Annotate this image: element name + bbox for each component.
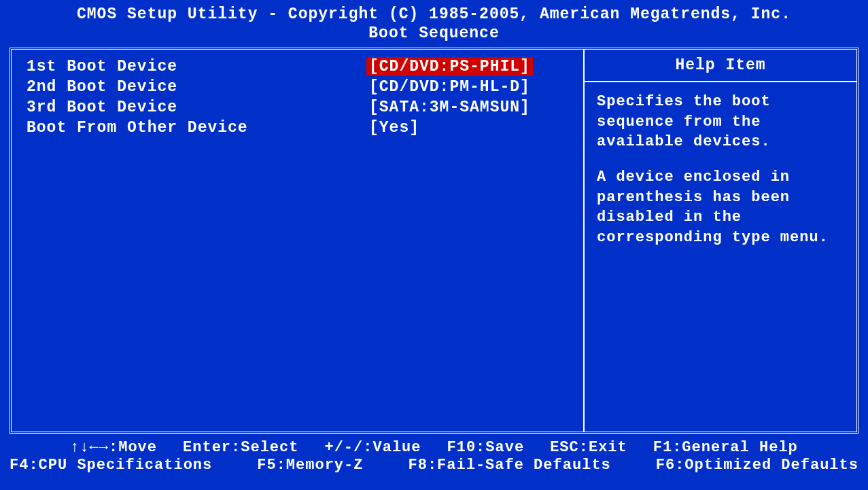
setting-value[interactable]: [SATA:3M-SAMSUN] bbox=[366, 98, 533, 117]
key-legend: ↑↓←→:Move Enter:Select +/-/:Value F10:Sa… bbox=[0, 438, 868, 474]
boot-device-1-row[interactable]: 1st Boot Device [CD/DVD:PS-PHIL] bbox=[27, 56, 571, 76]
key-move: ↑↓←→:Move bbox=[70, 439, 157, 456]
boot-device-2-row[interactable]: 2nd Boot Device [CD/DVD:PM-HL-D] bbox=[27, 77, 571, 97]
help-panel: Help Item Specifies the boot sequence fr… bbox=[585, 50, 856, 432]
setting-label: 3rd Boot Device bbox=[27, 99, 366, 116]
key-exit: ESC:Exit bbox=[550, 439, 627, 456]
key-value: +/-/:Value bbox=[324, 439, 421, 456]
setting-label: 1st Boot Device bbox=[27, 58, 366, 75]
help-paragraph-1: Specifies the boot sequence from the ava… bbox=[597, 92, 844, 152]
setting-value[interactable]: [CD/DVD:PS-PHIL] bbox=[366, 57, 533, 76]
page-title: Boot Sequence bbox=[0, 24, 868, 42]
key-legend-line-2: F4:CPU Specifications F5:Memory-Z F8:Fai… bbox=[10, 457, 858, 474]
help-title: Help Item bbox=[585, 50, 856, 82]
key-select: Enter:Select bbox=[183, 439, 298, 456]
key-legend-line-1: ↑↓←→:Move Enter:Select +/-/:Value F10:Sa… bbox=[10, 439, 858, 456]
main-frame: 1st Boot Device [CD/DVD:PS-PHIL] 2nd Boo… bbox=[10, 48, 858, 434]
boot-from-other-row[interactable]: Boot From Other Device [Yes] bbox=[27, 118, 571, 137]
boot-device-3-row[interactable]: 3rd Boot Device [SATA:3M-SAMSUN] bbox=[27, 97, 571, 117]
copyright-line: CMOS Setup Utility - Copyright (C) 1985-… bbox=[0, 5, 868, 23]
key-cpu-spec: F4:CPU Specifications bbox=[10, 457, 212, 474]
setting-value[interactable]: [Yes] bbox=[366, 118, 422, 137]
setting-value[interactable]: [CD/DVD:PM-HL-D] bbox=[366, 77, 533, 97]
key-memory-z: F5:Memory-Z bbox=[257, 457, 363, 474]
key-help: F1:General Help bbox=[653, 439, 798, 456]
key-failsafe: F8:Fail-Safe Defaults bbox=[408, 457, 610, 474]
help-paragraph-2: A device enclosed in parenthesis has bee… bbox=[597, 167, 844, 248]
help-body: Specifies the boot sequence from the ava… bbox=[585, 82, 856, 273]
key-save: F10:Save bbox=[447, 439, 525, 456]
key-optimized: F6:Optimized Defaults bbox=[656, 457, 858, 474]
bios-header: CMOS Setup Utility - Copyright (C) 1985-… bbox=[0, 0, 868, 45]
settings-panel: 1st Boot Device [CD/DVD:PS-PHIL] 2nd Boo… bbox=[12, 50, 585, 432]
setting-label: Boot From Other Device bbox=[27, 119, 366, 137]
setting-label: 2nd Boot Device bbox=[27, 78, 366, 96]
